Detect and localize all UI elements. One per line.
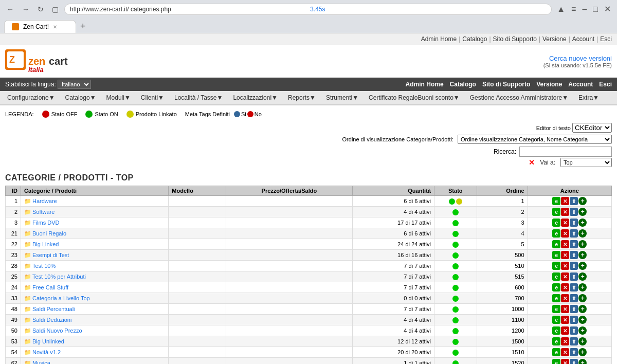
category-link[interactable]: Free Call Stuff xyxy=(32,284,68,290)
move-button[interactable]: ⇧ xyxy=(570,262,578,270)
move-button[interactable]: ⇧ xyxy=(570,348,578,356)
vai-a-select[interactable]: Top Hardware Software xyxy=(560,158,612,167)
edit-button[interactable]: e xyxy=(552,240,560,248)
versione-nav-link[interactable]: Versione xyxy=(536,81,562,88)
forward-button[interactable]: → xyxy=(20,4,32,14)
cell-name[interactable]: 📁Test 10% xyxy=(21,261,169,271)
nav-catalogo[interactable]: Catalogo▼ xyxy=(60,91,101,104)
add-button[interactable]: + xyxy=(578,348,587,356)
nav-gestione[interactable]: Gestione Accesso Amministratore▼ xyxy=(465,91,573,104)
stato-green-dot[interactable] xyxy=(452,317,459,323)
brave-icon[interactable]: ▲ xyxy=(555,4,567,15)
admin-home-link[interactable]: Admin Home xyxy=(421,35,457,43)
add-button[interactable]: + xyxy=(578,326,587,335)
cell-name[interactable]: 📁Saldi Nuovo Prezzo xyxy=(21,325,169,336)
stato-green-dot[interactable] xyxy=(449,198,455,205)
edit-button[interactable]: e xyxy=(552,337,560,345)
move-button[interactable]: ⇧ xyxy=(570,337,578,345)
cell-name[interactable]: 📁Films DVD xyxy=(21,217,169,228)
edit-button[interactable]: e xyxy=(552,359,560,364)
stato-green-dot[interactable] xyxy=(452,231,459,237)
category-link[interactable]: Saldi Nuovo Prezzo xyxy=(32,327,82,334)
nav-localizzazioni[interactable]: Localizzazioni▼ xyxy=(228,91,283,104)
category-link[interactable]: Hardware xyxy=(32,198,57,204)
stato-green-dot[interactable] xyxy=(452,285,459,291)
stato-green-dot[interactable] xyxy=(452,339,459,345)
delete-button[interactable]: ✕ xyxy=(561,326,569,335)
category-link[interactable]: Saldi Deduzioni xyxy=(32,317,71,323)
supporto-nav-link[interactable]: Sito di Supporto xyxy=(482,81,530,88)
add-button[interactable]: + xyxy=(578,337,587,345)
move-button[interactable]: ⇧ xyxy=(570,272,578,281)
cell-stato[interactable] xyxy=(434,228,477,239)
cell-stato[interactable] xyxy=(434,196,477,207)
esci-link[interactable]: Esci xyxy=(600,35,612,43)
back-button[interactable]: ← xyxy=(4,4,16,14)
nav-reports[interactable]: Reports▼ xyxy=(283,91,321,104)
nav-clienti[interactable]: Clienti▼ xyxy=(136,91,169,104)
nav-extra[interactable]: Extra▼ xyxy=(573,91,604,104)
stato-green-dot[interactable] xyxy=(452,263,459,269)
delete-button[interactable]: ✕ xyxy=(561,208,569,216)
cell-name[interactable]: 📁Esempi di Test xyxy=(21,250,169,261)
move-button[interactable]: ⇧ xyxy=(570,316,578,324)
category-link[interactable]: Saldi Percentuali xyxy=(32,306,75,312)
cerca-versioni-link[interactable]: Cerca nuove versioni xyxy=(549,54,612,62)
delete-button[interactable]: ✕ xyxy=(561,348,569,356)
ordine-select[interactable]: Ordine visualizzazione Categoria, Nome C… xyxy=(458,135,612,144)
nav-moduli[interactable]: Moduli▼ xyxy=(101,91,136,104)
category-link[interactable]: Categoria a Livello Top xyxy=(32,295,90,301)
cell-stato[interactable] xyxy=(434,271,477,282)
cell-stato[interactable] xyxy=(434,347,477,358)
edit-button[interactable]: e xyxy=(552,197,560,205)
new-tab-button[interactable]: + xyxy=(76,20,90,33)
category-link[interactable]: Big Unlinked xyxy=(32,338,64,344)
home-button[interactable]: ▢ xyxy=(49,4,61,14)
add-button[interactable]: + xyxy=(578,262,587,270)
delete-button[interactable]: ✕ xyxy=(561,240,569,248)
stato-green-dot[interactable] xyxy=(452,209,459,215)
move-button[interactable]: ⇧ xyxy=(570,208,578,216)
cell-stato[interactable] xyxy=(434,336,477,347)
delete-button[interactable]: ✕ xyxy=(561,359,569,364)
edit-button[interactable]: e xyxy=(552,251,560,259)
stato-green-dot[interactable] xyxy=(452,296,459,302)
cell-stato[interactable] xyxy=(434,207,477,217)
edit-button[interactable]: e xyxy=(552,294,560,302)
stato-yellow-dot[interactable] xyxy=(456,198,462,205)
vai-a-x-btn[interactable]: ✕ xyxy=(529,158,535,167)
edit-button[interactable]: e xyxy=(552,326,560,335)
account-link[interactable]: Account xyxy=(572,35,594,43)
add-button[interactable]: + xyxy=(578,294,587,302)
nav-localita[interactable]: Località / Tasse▼ xyxy=(169,91,228,104)
move-button[interactable]: ⇧ xyxy=(570,326,578,335)
move-button[interactable]: ⇧ xyxy=(570,359,578,364)
search-input[interactable] xyxy=(519,147,612,157)
editor-select[interactable]: CKEditor TinyMCE xyxy=(572,123,612,133)
delete-button[interactable]: ✕ xyxy=(561,272,569,281)
cell-name[interactable]: 📁Big Unlinked xyxy=(21,336,169,347)
cell-stato[interactable] xyxy=(434,325,477,336)
cell-stato[interactable] xyxy=(434,358,477,365)
catalogo-link[interactable]: Catalogo xyxy=(462,35,487,43)
cell-stato[interactable] xyxy=(434,217,477,228)
move-button[interactable]: ⇧ xyxy=(570,197,578,205)
edit-button[interactable]: e xyxy=(552,305,560,313)
versione-link[interactable]: Versione xyxy=(542,35,567,43)
add-button[interactable]: + xyxy=(578,219,587,227)
category-link[interactable]: Musica xyxy=(32,360,50,365)
category-link[interactable]: Esempi di Test xyxy=(32,252,69,258)
cell-stato[interactable] xyxy=(434,315,477,325)
category-link[interactable]: Buoni Regalo xyxy=(32,230,66,236)
category-link[interactable]: Novità v1.2 xyxy=(32,349,61,355)
category-link[interactable]: Test 10% xyxy=(32,263,56,269)
add-button[interactable]: + xyxy=(578,240,587,248)
supporto-link[interactable]: Sito di Supporto xyxy=(493,35,537,43)
cell-name[interactable]: 📁Free Call Stuff xyxy=(21,282,169,293)
nav-strumenti[interactable]: Strumenti▼ xyxy=(321,91,364,104)
move-button[interactable]: ⇧ xyxy=(570,219,578,227)
add-button[interactable]: + xyxy=(578,316,587,324)
delete-button[interactable]: ✕ xyxy=(561,294,569,302)
move-button[interactable]: ⇧ xyxy=(570,240,578,248)
edit-button[interactable]: e xyxy=(552,283,560,292)
